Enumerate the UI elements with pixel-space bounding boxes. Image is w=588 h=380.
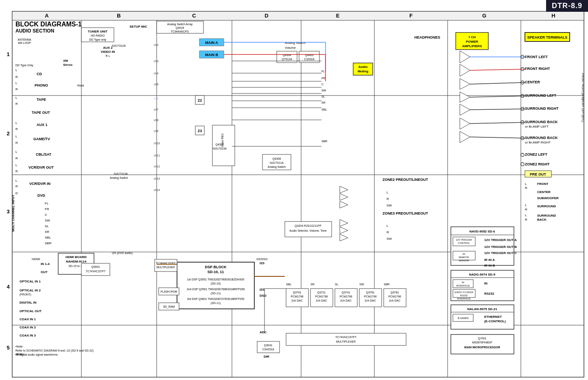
svg-text:CONTROL: CONTROL bbox=[458, 242, 470, 244]
svg-point-324 bbox=[521, 163, 524, 166]
svg-marker-328 bbox=[340, 219, 348, 226]
svg-text:NJU7312A: NJU7312A bbox=[112, 44, 126, 47]
svg-text:VCR/DVR IN: VCR/DVR IN bbox=[29, 182, 50, 186]
svg-text:SURROUND: SURROUND bbox=[537, 214, 556, 217]
svg-text:L: L bbox=[525, 182, 527, 186]
svg-text:ZONE2 LEFT: ZONE2 LEFT bbox=[525, 152, 548, 156]
svg-text:L: L bbox=[15, 68, 17, 72]
svg-text:NAVD-9052 SD-6: NAVD-9052 SD-6 bbox=[470, 230, 496, 233]
svg-text:ch5: ch5 bbox=[154, 83, 158, 86]
svg-text:I2S: I2S bbox=[260, 288, 265, 291]
svg-text:PCM1796: PCM1796 bbox=[388, 295, 401, 298]
svg-text:R: R bbox=[387, 197, 389, 201]
svg-text:C: C bbox=[321, 83, 324, 86]
svg-text:FL: FL bbox=[321, 70, 325, 73]
svg-text:12V TRIGGER OUT A: 12V TRIGGER OUT A bbox=[484, 238, 517, 242]
svg-text:OPTICAL OUT: OPTICAL OUT bbox=[20, 309, 42, 313]
svg-text:AUX 2: AUX 2 bbox=[103, 46, 113, 50]
svg-text:SD-10, 11: SD-10, 11 bbox=[208, 270, 224, 274]
svg-text:XM: XM bbox=[63, 59, 68, 63]
svg-text:ch4: ch4 bbox=[154, 72, 158, 75]
svg-text:ANTENNA: ANTENNA bbox=[17, 38, 31, 41]
svg-text:ch3: ch3 bbox=[154, 60, 158, 63]
svg-text:M30870FHBGP: M30870FHBGP bbox=[472, 341, 492, 344]
svg-text:(FRONT): (FRONT) bbox=[20, 293, 31, 296]
svg-text:RS232: RS232 bbox=[484, 292, 494, 295]
svg-text:FLASH ROM: FLASH ROM bbox=[161, 290, 177, 293]
svg-text:R: R bbox=[15, 185, 18, 188]
svg-text:R: R bbox=[15, 169, 18, 173]
svg-text:L: L bbox=[387, 191, 389, 194]
svg-text:5: 5 bbox=[7, 345, 9, 351]
svg-text:ch11: ch11 bbox=[154, 154, 160, 157]
svg-text:CBL/SAT: CBL/SAT bbox=[36, 152, 52, 156]
svg-text:H: H bbox=[551, 13, 555, 19]
svg-text:SR: SR bbox=[310, 283, 315, 286]
svg-rect-189 bbox=[155, 259, 177, 271]
svg-text:A: A bbox=[45, 13, 49, 19]
svg-text:Audio Selector, Volume, Tone: Audio Selector, Volume, Tone bbox=[289, 229, 326, 232]
svg-text:FRONT LEFT: FRONT LEFT bbox=[525, 55, 548, 59]
svg-marker-329 bbox=[340, 227, 348, 234]
svg-text:2ch DAC: 2ch DAC bbox=[365, 299, 376, 302]
svg-text:SBL: SBL bbox=[321, 108, 327, 111]
svg-line-310 bbox=[470, 69, 525, 70]
svg-text:SW: SW bbox=[321, 89, 326, 92]
svg-text:DD Type Only: DD Type Only bbox=[15, 64, 33, 67]
svg-text:(SD-11): (SD-11) bbox=[211, 292, 221, 295]
svg-text:HDMI BOARD: HDMI BOARD bbox=[66, 255, 87, 259]
svg-text:HD RADIO: HD RADIO bbox=[91, 34, 105, 37]
svg-point-323 bbox=[521, 153, 524, 156]
svg-text:R: R bbox=[15, 102, 18, 106]
svg-text:MAIN A: MAIN A bbox=[205, 41, 218, 45]
svg-marker-305 bbox=[460, 92, 470, 102]
svg-text:(SD-11): (SD-11) bbox=[211, 302, 221, 305]
svg-text:PCM1796: PCM1796 bbox=[339, 295, 352, 298]
svg-text:CENTER: CENTER bbox=[525, 80, 540, 84]
svg-text:G: G bbox=[482, 13, 486, 19]
svg-text:R    L: R L bbox=[106, 54, 110, 57]
svg-text:ADC: ADC bbox=[260, 330, 267, 334]
svg-marker-306 bbox=[460, 104, 470, 115]
svg-text:CS42516: CS42516 bbox=[262, 348, 274, 351]
svg-text:Analog Switch: Analog Switch bbox=[268, 165, 286, 169]
svg-text:SL: SL bbox=[321, 95, 325, 98]
svg-marker-327 bbox=[340, 201, 348, 208]
svg-text:IR IN B: IR IN B bbox=[484, 264, 495, 267]
svg-text:SW: SW bbox=[359, 283, 364, 286]
svg-text:PHONO: PHONO bbox=[35, 83, 48, 87]
svg-text:R: R bbox=[525, 218, 527, 221]
svg-text:L: L bbox=[15, 81, 17, 85]
svg-text:TAPE: TAPE bbox=[37, 98, 46, 102]
svg-text:AUX 1: AUX 1 bbox=[37, 123, 48, 127]
svg-text:TC74VHC157FT: TC74VHC157FT bbox=[335, 336, 357, 339]
svg-text:TAPE OUT: TAPE OUT bbox=[32, 111, 50, 115]
svg-text:(E-CONTROL): (E-CONTROL) bbox=[484, 319, 506, 323]
svg-text:ch2: ch2 bbox=[154, 43, 158, 46]
svg-text:TC74VHC157FT: TC74VHC157FT bbox=[86, 270, 105, 273]
svg-text:SW: SW bbox=[45, 219, 50, 222]
svg-text:C: C bbox=[192, 13, 196, 19]
svg-text:R: R bbox=[15, 87, 18, 91]
svg-text:L: L bbox=[525, 213, 527, 217]
svg-text:MULTI CHANNEL INPUT: MULTI CHANNEL INPUT bbox=[11, 195, 15, 232]
svg-text:MULTIPLEXER: MULTIPLEXER bbox=[336, 340, 356, 343]
svg-marker-302 bbox=[460, 51, 470, 63]
svg-text:CENTER: CENTER bbox=[537, 190, 551, 194]
svg-text:MAIN B: MAIN B bbox=[205, 53, 218, 57]
svg-text:Q4405: Q4405 bbox=[305, 54, 313, 57]
svg-text:R: R bbox=[387, 230, 389, 234]
svg-text:BACK: BACK bbox=[537, 218, 546, 221]
svg-text:Q7512A: Q7512A bbox=[282, 58, 292, 61]
svg-text:CS3318: CS3318 bbox=[304, 58, 314, 61]
svg-text:Refer to SCHEMATIC DIAGRAM-9 a: Refer to SCHEMATIC DIAGRAM-9 and -22 (SD… bbox=[15, 349, 94, 352]
svg-text:ch6: ch6 bbox=[154, 97, 158, 100]
svg-text:COAX IN 2: COAX IN 2 bbox=[20, 326, 36, 329]
svg-text:IR IN A: IR IN A bbox=[484, 258, 495, 262]
svg-text:SUBWOOFER: SUBWOOFER bbox=[537, 196, 559, 200]
svg-text:IR: IR bbox=[463, 253, 466, 255]
svg-text:ZONE2 PREOUT/LINEOUT: ZONE2 PREOUT/LINEOUT bbox=[383, 178, 428, 182]
svg-text:Q4029: Q4029 bbox=[175, 26, 184, 30]
svg-text:I2S/DSO: I2S/DSO bbox=[256, 258, 268, 261]
svg-text:L: L bbox=[15, 96, 17, 100]
